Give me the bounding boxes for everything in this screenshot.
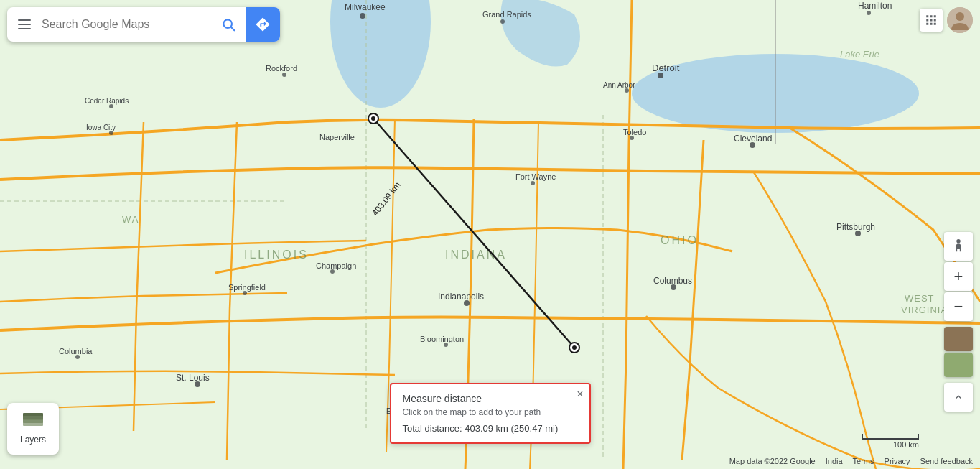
svg-point-60 — [572, 345, 577, 350]
svg-text:OHIO: OHIO — [661, 234, 699, 246]
svg-text:Champaign: Champaign — [316, 261, 356, 270]
expand-button[interactable] — [944, 383, 973, 412]
svg-text:Rockford: Rockford — [266, 64, 297, 73]
directions-button[interactable] — [246, 7, 280, 42]
svg-text:Naperville: Naperville — [319, 133, 355, 141]
scale-label: 100 km — [893, 440, 919, 449]
hamburger-icon — [18, 19, 31, 29]
svg-text:Bloomington: Bloomington — [420, 335, 464, 343]
svg-rect-63 — [926, 15, 928, 17]
svg-text:Springfield: Springfield — [228, 283, 266, 292]
svg-line-62 — [231, 27, 235, 31]
svg-text:Hamilton: Hamilton — [858, 1, 892, 11]
popup-close-button[interactable]: × — [577, 389, 583, 400]
terrain-button[interactable] — [944, 353, 973, 377]
svg-rect-69 — [926, 23, 928, 25]
pegman-icon — [951, 238, 966, 254]
search-input[interactable] — [42, 7, 211, 42]
svg-point-18 — [867, 11, 871, 15]
svg-text:Milwaukee: Milwaukee — [345, 2, 386, 12]
svg-text:VIRGINIA: VIRGINIA — [901, 305, 948, 315]
svg-text:Columbia: Columbia — [59, 347, 93, 356]
popup-instruction: Click on the map to add to your path — [403, 407, 578, 417]
privacy-link[interactable]: Privacy — [885, 457, 910, 465]
svg-rect-70 — [930, 23, 933, 25]
svg-point-22 — [658, 73, 663, 78]
svg-text:Pittsburgh: Pittsburgh — [836, 222, 875, 232]
bottom-bar: Map data ©2022 Google India Terms Privac… — [0, 453, 980, 469]
layers-icon — [22, 413, 45, 432]
svg-text:Indianapolis: Indianapolis — [438, 292, 484, 302]
avatar-image — [947, 7, 973, 33]
popup-title: Measure distance — [403, 393, 578, 404]
user-avatar[interactable] — [947, 7, 973, 33]
map-controls: + − — [944, 232, 973, 412]
pegman-button[interactable] — [944, 232, 973, 261]
hamburger-button[interactable] — [7, 7, 42, 42]
terms-link[interactable]: Terms — [853, 457, 874, 465]
svg-text:Fort Wayne: Fort Wayne — [515, 172, 556, 181]
svg-point-73 — [956, 12, 964, 21]
svg-rect-67 — [930, 19, 933, 22]
grid-icon — [925, 14, 938, 27]
svg-text:Iowa City: Iowa City — [86, 124, 116, 131]
satellite-button[interactable] — [944, 327, 973, 351]
map-data-attribution: Map data ©2022 Google — [729, 457, 816, 465]
svg-rect-76 — [23, 419, 43, 426]
scale-line — [862, 434, 919, 440]
popup-distance: Total distance: 403.09 km (250.47 mi) — [403, 423, 578, 434]
map-type-buttons — [944, 327, 973, 377]
search-button[interactable] — [211, 7, 246, 42]
svg-text:Ann Arbor: Ann Arbor — [603, 81, 635, 89]
svg-rect-64 — [930, 15, 933, 17]
layers-button[interactable]: Layers — [7, 403, 59, 455]
zoom-in-button[interactable]: + — [944, 262, 973, 291]
svg-point-16 — [500, 19, 505, 24]
search-icon — [221, 17, 235, 32]
svg-text:Detroit: Detroit — [652, 62, 680, 73]
svg-rect-65 — [934, 15, 936, 17]
zoom-out-button[interactable]: − — [944, 292, 973, 321]
svg-text:Cleveland: Cleveland — [734, 134, 772, 144]
svg-text:Cedar Rapids: Cedar Rapids — [85, 97, 129, 105]
svg-text:WA: WA — [122, 214, 139, 225]
svg-rect-68 — [934, 19, 936, 22]
google-apps-button[interactable] — [920, 9, 943, 32]
expand-icon — [953, 391, 964, 403]
directions-icon — [255, 17, 271, 32]
svg-rect-71 — [934, 23, 936, 25]
svg-point-77 — [956, 239, 961, 243]
map-container[interactable]: ILLINOIS INDIANA OHIO WEST VIRGINIA WA L… — [0, 0, 980, 469]
search-bar — [7, 7, 280, 42]
svg-text:ILLINOIS: ILLINOIS — [244, 249, 309, 261]
svg-point-36 — [531, 181, 535, 185]
svg-point-20 — [282, 73, 286, 77]
feedback-link[interactable]: Send feedback — [920, 457, 973, 465]
measure-distance-popup: × Measure distance Click on the map to a… — [390, 383, 591, 444]
svg-text:WEST: WEST — [905, 293, 935, 304]
india-link[interactable]: India — [826, 457, 843, 465]
svg-text:St. Louis: St. Louis — [176, 373, 210, 383]
svg-text:Columbus: Columbus — [653, 276, 692, 286]
svg-text:Lake Erie: Lake Erie — [840, 49, 879, 60]
svg-text:Grand Rapids: Grand Rapids — [482, 10, 531, 19]
svg-point-14 — [360, 13, 365, 19]
svg-rect-66 — [926, 19, 928, 22]
svg-text:Toledo: Toledo — [623, 128, 646, 136]
scale-bar: 100 km — [862, 434, 919, 449]
top-right-controls — [920, 7, 973, 33]
svg-point-58 — [371, 116, 375, 121]
layers-label: Layers — [20, 435, 46, 445]
